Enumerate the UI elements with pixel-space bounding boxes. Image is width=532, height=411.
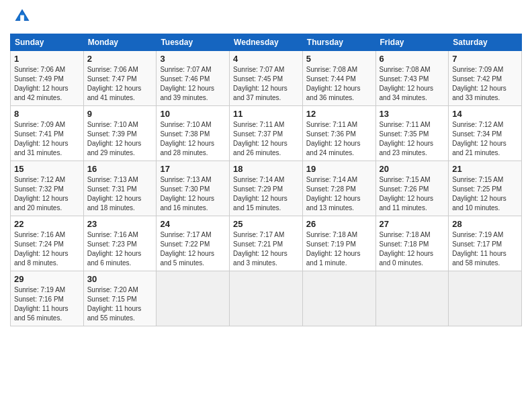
day-number: 24	[160, 219, 226, 229]
sunset-label: Sunset: 7:19 PM	[306, 240, 356, 248]
day-number: 26	[306, 219, 372, 229]
sunset-label: Sunset: 7:29 PM	[233, 185, 283, 193]
sunset-label: Sunset: 7:34 PM	[452, 130, 502, 138]
daylight-label: Daylight: 12 hours and 33 minutes.	[452, 85, 506, 101]
sunrise-label: Sunrise: 7:10 AM	[160, 121, 211, 128]
day-number: 19	[306, 164, 372, 174]
daylight-label: Daylight: 12 hours and 29 minutes.	[87, 140, 142, 156]
day-number: 5	[306, 54, 372, 64]
day-info: Sunrise: 7:08 AM Sunset: 7:43 PM Dayligh…	[380, 65, 445, 103]
day-number: 15	[14, 164, 80, 174]
sunrise-label: Sunrise: 7:19 AM	[452, 231, 503, 238]
sunset-label: Sunset: 7:17 PM	[452, 240, 502, 248]
day-info: Sunrise: 7:18 AM Sunset: 7:19 PM Dayligh…	[306, 230, 372, 268]
sunset-label: Sunset: 7:31 PM	[87, 185, 137, 193]
calendar-cell: 14 Sunrise: 7:12 AM Sunset: 7:34 PM Dayl…	[449, 106, 522, 161]
day-number: 16	[87, 164, 153, 174]
day-info: Sunrise: 7:10 AM Sunset: 7:39 PM Dayligh…	[87, 120, 153, 158]
sunrise-label: Sunrise: 7:07 AM	[160, 66, 211, 73]
calendar-cell: 2 Sunrise: 7:06 AM Sunset: 7:47 PM Dayli…	[83, 51, 157, 106]
calendar-cell	[449, 271, 522, 326]
sunrise-label: Sunrise: 7:14 AM	[233, 176, 284, 183]
day-info: Sunrise: 7:12 AM Sunset: 7:34 PM Dayligh…	[452, 120, 518, 158]
calendar-cell: 24 Sunrise: 7:17 AM Sunset: 7:22 PM Dayl…	[157, 216, 230, 271]
day-number: 8	[14, 109, 80, 119]
daylight-label: Daylight: 12 hours and 1 minute.	[306, 250, 361, 267]
logo	[10, 7, 32, 28]
calendar-cell: 21 Sunrise: 7:15 AM Sunset: 7:25 PM Dayl…	[449, 161, 522, 216]
daylight-label: Daylight: 12 hours and 24 minutes.	[306, 140, 361, 156]
daylight-label: Daylight: 11 hours and 55 minutes.	[87, 305, 142, 322]
sunrise-label: Sunrise: 7:12 AM	[452, 121, 503, 128]
calendar-cell	[302, 271, 375, 326]
calendar-cell: 29 Sunrise: 7:19 AM Sunset: 7:16 PM Dayl…	[11, 271, 84, 326]
day-number: 3	[160, 54, 226, 64]
calendar-cell: 22 Sunrise: 7:16 AM Sunset: 7:24 PM Dayl…	[11, 216, 84, 271]
calendar-table: SundayMondayTuesdayWednesdayThursdayFrid…	[10, 34, 522, 326]
daylight-label: Daylight: 12 hours and 3 minutes.	[233, 250, 287, 267]
day-number: 13	[380, 109, 445, 119]
day-number: 18	[233, 164, 299, 174]
day-info: Sunrise: 7:13 AM Sunset: 7:30 PM Dayligh…	[160, 175, 226, 213]
day-number: 2	[87, 54, 153, 64]
col-header-saturday: Saturday	[449, 34, 522, 51]
day-number: 28	[452, 219, 518, 229]
daylight-label: Daylight: 12 hours and 23 minutes.	[380, 140, 434, 156]
sunset-label: Sunset: 7:38 PM	[160, 130, 210, 138]
sunset-label: Sunset: 7:32 PM	[14, 185, 64, 193]
calendar-cell: 4 Sunrise: 7:07 AM Sunset: 7:45 PM Dayli…	[230, 51, 303, 106]
day-info: Sunrise: 7:10 AM Sunset: 7:38 PM Dayligh…	[160, 120, 226, 158]
calendar-cell: 27 Sunrise: 7:18 AM Sunset: 7:18 PM Dayl…	[375, 216, 449, 271]
sunrise-label: Sunrise: 7:20 AM	[87, 286, 138, 293]
daylight-label: Daylight: 11 hours and 58 minutes.	[452, 250, 506, 267]
sunset-label: Sunset: 7:43 PM	[380, 75, 429, 83]
day-number: 9	[87, 109, 153, 119]
daylight-label: Daylight: 11 hours and 56 minutes.	[14, 305, 69, 322]
sunrise-label: Sunrise: 7:06 AM	[87, 66, 138, 73]
sunrise-label: Sunrise: 7:08 AM	[306, 66, 357, 73]
sunrise-label: Sunrise: 7:13 AM	[87, 176, 138, 183]
day-info: Sunrise: 7:17 AM Sunset: 7:21 PM Dayligh…	[233, 230, 299, 268]
col-header-monday: Monday	[83, 34, 157, 51]
daylight-label: Daylight: 12 hours and 37 minutes.	[233, 85, 287, 101]
sunset-label: Sunset: 7:46 PM	[160, 75, 210, 83]
daylight-label: Daylight: 12 hours and 39 minutes.	[160, 85, 214, 101]
sunrise-label: Sunrise: 7:12 AM	[14, 176, 65, 183]
day-number: 25	[233, 219, 299, 229]
calendar-cell: 23 Sunrise: 7:16 AM Sunset: 7:23 PM Dayl…	[83, 216, 157, 271]
day-info: Sunrise: 7:13 AM Sunset: 7:31 PM Dayligh…	[87, 175, 153, 213]
day-info: Sunrise: 7:18 AM Sunset: 7:18 PM Dayligh…	[380, 230, 445, 268]
svg-rect-2	[20, 15, 24, 21]
daylight-label: Daylight: 12 hours and 31 minutes.	[14, 140, 69, 156]
daylight-label: Daylight: 12 hours and 28 minutes.	[160, 140, 214, 156]
day-number: 12	[306, 109, 372, 119]
sunset-label: Sunset: 7:18 PM	[380, 240, 429, 248]
sunrise-label: Sunrise: 7:19 AM	[14, 286, 65, 293]
sunrise-label: Sunrise: 7:15 AM	[452, 176, 503, 183]
calendar-cell: 26 Sunrise: 7:18 AM Sunset: 7:19 PM Dayl…	[302, 216, 375, 271]
day-number: 7	[452, 54, 518, 64]
daylight-label: Daylight: 12 hours and 18 minutes.	[87, 195, 142, 212]
day-info: Sunrise: 7:11 AM Sunset: 7:36 PM Dayligh…	[306, 120, 372, 158]
day-info: Sunrise: 7:20 AM Sunset: 7:15 PM Dayligh…	[87, 285, 153, 323]
day-number: 27	[380, 219, 445, 229]
day-info: Sunrise: 7:11 AM Sunset: 7:35 PM Dayligh…	[380, 120, 445, 158]
sunset-label: Sunset: 7:25 PM	[452, 185, 502, 193]
day-number: 17	[160, 164, 226, 174]
sunrise-label: Sunrise: 7:11 AM	[233, 121, 284, 128]
day-info: Sunrise: 7:06 AM Sunset: 7:49 PM Dayligh…	[14, 65, 80, 103]
sunrise-label: Sunrise: 7:09 AM	[14, 121, 65, 128]
sunset-label: Sunset: 7:26 PM	[380, 185, 429, 193]
daylight-label: Daylight: 12 hours and 0 minutes.	[380, 250, 434, 267]
col-header-wednesday: Wednesday	[230, 34, 303, 51]
sunset-label: Sunset: 7:35 PM	[380, 130, 429, 138]
day-info: Sunrise: 7:08 AM Sunset: 7:44 PM Dayligh…	[306, 65, 372, 103]
sunrise-label: Sunrise: 7:11 AM	[380, 121, 431, 128]
calendar-cell: 5 Sunrise: 7:08 AM Sunset: 7:44 PM Dayli…	[302, 51, 375, 106]
daylight-label: Daylight: 12 hours and 15 minutes.	[233, 195, 287, 212]
sunset-label: Sunset: 7:24 PM	[14, 240, 64, 248]
calendar-cell: 12 Sunrise: 7:11 AM Sunset: 7:36 PM Dayl…	[302, 106, 375, 161]
day-info: Sunrise: 7:14 AM Sunset: 7:29 PM Dayligh…	[233, 175, 299, 213]
calendar-cell: 6 Sunrise: 7:08 AM Sunset: 7:43 PM Dayli…	[375, 51, 449, 106]
sunset-label: Sunset: 7:21 PM	[233, 240, 283, 248]
